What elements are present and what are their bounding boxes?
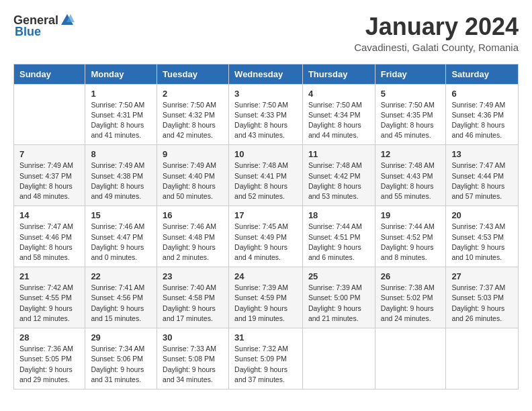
day-details: Sunrise: 7:39 AM Sunset: 4:59 PM Dayligh…	[234, 283, 297, 324]
day-details: Sunrise: 7:49 AM Sunset: 4:36 PM Dayligh…	[451, 100, 513, 141]
calendar-cell: 29Sunrise: 7:34 AM Sunset: 5:06 PM Dayli…	[85, 328, 157, 390]
day-details: Sunrise: 7:50 AM Sunset: 4:31 PM Dayligh…	[91, 100, 151, 141]
weekday-header-monday: Monday	[85, 64, 157, 84]
day-details: Sunrise: 7:46 AM Sunset: 4:48 PM Dayligh…	[163, 222, 223, 263]
day-number: 19	[381, 210, 441, 220]
calendar-cell: 2Sunrise: 7:50 AM Sunset: 4:32 PM Daylig…	[157, 84, 229, 145]
calendar-cell: 20Sunrise: 7:43 AM Sunset: 4:53 PM Dayli…	[446, 206, 519, 267]
calendar-cell	[14, 84, 85, 145]
calendar-cell: 13Sunrise: 7:47 AM Sunset: 4:44 PM Dayli…	[446, 145, 519, 206]
day-number: 20	[451, 210, 513, 220]
calendar-cell: 10Sunrise: 7:48 AM Sunset: 4:41 PM Dayli…	[229, 145, 303, 206]
day-details: Sunrise: 7:32 AM Sunset: 5:09 PM Dayligh…	[234, 344, 297, 385]
day-number: 10	[234, 149, 297, 159]
day-number: 14	[19, 210, 79, 220]
calendar-cell: 8Sunrise: 7:49 AM Sunset: 4:38 PM Daylig…	[85, 145, 157, 206]
day-details: Sunrise: 7:45 AM Sunset: 4:49 PM Dayligh…	[234, 222, 297, 263]
day-number: 30	[163, 332, 223, 342]
day-number: 26	[381, 271, 441, 281]
logo-icon	[60, 13, 75, 28]
day-details: Sunrise: 7:39 AM Sunset: 5:00 PM Dayligh…	[308, 283, 369, 324]
day-number: 24	[234, 271, 297, 281]
day-details: Sunrise: 7:48 AM Sunset: 4:41 PM Dayligh…	[234, 161, 297, 201]
title-section: January 2024 Cavadinesti, Galati County,…	[354, 13, 519, 53]
day-number: 8	[91, 149, 151, 159]
weekday-header-thursday: Thursday	[302, 64, 375, 84]
day-number: 31	[234, 332, 297, 342]
day-number: 21	[19, 271, 79, 281]
weekday-header-tuesday: Tuesday	[157, 64, 229, 84]
day-details: Sunrise: 7:44 AM Sunset: 4:52 PM Dayligh…	[381, 222, 441, 263]
weekday-header-friday: Friday	[375, 64, 446, 84]
day-number: 7	[19, 149, 79, 159]
weekday-header-row: SundayMondayTuesdayWednesdayThursdayFrid…	[14, 64, 519, 84]
day-number: 29	[91, 332, 151, 342]
location-subtitle: Cavadinesti, Galati County, Romania	[354, 42, 519, 53]
calendar-cell: 5Sunrise: 7:50 AM Sunset: 4:35 PM Daylig…	[375, 84, 446, 145]
day-details: Sunrise: 7:47 AM Sunset: 4:46 PM Dayligh…	[19, 222, 79, 263]
day-number: 27	[451, 271, 513, 281]
day-details: Sunrise: 7:37 AM Sunset: 5:03 PM Dayligh…	[451, 283, 513, 324]
calendar-cell: 24Sunrise: 7:39 AM Sunset: 4:59 PM Dayli…	[229, 267, 303, 328]
day-details: Sunrise: 7:49 AM Sunset: 4:40 PM Dayligh…	[163, 161, 223, 201]
calendar-cell: 4Sunrise: 7:50 AM Sunset: 4:34 PM Daylig…	[302, 84, 375, 145]
day-number: 13	[451, 149, 513, 159]
calendar-cell: 17Sunrise: 7:45 AM Sunset: 4:49 PM Dayli…	[229, 206, 303, 267]
day-details: Sunrise: 7:44 AM Sunset: 4:51 PM Dayligh…	[308, 222, 369, 263]
day-number: 25	[308, 271, 369, 281]
day-details: Sunrise: 7:49 AM Sunset: 4:38 PM Dayligh…	[91, 161, 151, 201]
week-row-3: 14Sunrise: 7:47 AM Sunset: 4:46 PM Dayli…	[14, 206, 519, 267]
day-details: Sunrise: 7:40 AM Sunset: 4:58 PM Dayligh…	[163, 283, 223, 324]
calendar-cell: 26Sunrise: 7:38 AM Sunset: 5:02 PM Dayli…	[375, 267, 446, 328]
day-number: 3	[234, 89, 297, 99]
day-details: Sunrise: 7:50 AM Sunset: 4:32 PM Dayligh…	[163, 100, 223, 141]
calendar-cell	[446, 328, 519, 390]
day-details: Sunrise: 7:50 AM Sunset: 4:34 PM Dayligh…	[308, 100, 369, 141]
day-details: Sunrise: 7:48 AM Sunset: 4:43 PM Dayligh…	[381, 161, 441, 201]
day-number: 11	[308, 149, 369, 159]
day-number: 1	[91, 89, 151, 99]
calendar-cell: 28Sunrise: 7:36 AM Sunset: 5:05 PM Dayli…	[14, 328, 85, 390]
calendar-cell: 27Sunrise: 7:37 AM Sunset: 5:03 PM Dayli…	[446, 267, 519, 328]
calendar-cell: 21Sunrise: 7:42 AM Sunset: 4:55 PM Dayli…	[14, 267, 85, 328]
calendar-cell: 3Sunrise: 7:50 AM Sunset: 4:33 PM Daylig…	[229, 84, 303, 145]
day-details: Sunrise: 7:48 AM Sunset: 4:42 PM Dayligh…	[308, 161, 369, 201]
day-details: Sunrise: 7:33 AM Sunset: 5:08 PM Dayligh…	[163, 344, 223, 385]
calendar-cell: 6Sunrise: 7:49 AM Sunset: 4:36 PM Daylig…	[446, 84, 519, 145]
month-title: January 2024	[354, 13, 519, 40]
calendar-cell: 23Sunrise: 7:40 AM Sunset: 4:58 PM Dayli…	[157, 267, 229, 328]
weekday-header-saturday: Saturday	[446, 64, 519, 84]
logo-blue: Blue	[15, 25, 41, 39]
day-number: 18	[308, 210, 369, 220]
day-details: Sunrise: 7:47 AM Sunset: 4:44 PM Dayligh…	[451, 161, 513, 201]
calendar-cell: 30Sunrise: 7:33 AM Sunset: 5:08 PM Dayli…	[157, 328, 229, 390]
day-details: Sunrise: 7:50 AM Sunset: 4:35 PM Dayligh…	[381, 100, 441, 141]
calendar-cell: 7Sunrise: 7:49 AM Sunset: 4:37 PM Daylig…	[14, 145, 85, 206]
day-number: 16	[163, 210, 223, 220]
day-number: 23	[163, 271, 223, 281]
day-number: 17	[234, 210, 297, 220]
day-details: Sunrise: 7:43 AM Sunset: 4:53 PM Dayligh…	[451, 222, 513, 263]
calendar-table: SundayMondayTuesdayWednesdayThursdayFrid…	[13, 64, 519, 390]
day-details: Sunrise: 7:42 AM Sunset: 4:55 PM Dayligh…	[19, 283, 79, 324]
week-row-1: 1Sunrise: 7:50 AM Sunset: 4:31 PM Daylig…	[14, 84, 519, 145]
calendar-cell: 1Sunrise: 7:50 AM Sunset: 4:31 PM Daylig…	[85, 84, 157, 145]
weekday-header-wednesday: Wednesday	[229, 64, 303, 84]
calendar-cell: 31Sunrise: 7:32 AM Sunset: 5:09 PM Dayli…	[229, 328, 303, 390]
calendar-cell: 14Sunrise: 7:47 AM Sunset: 4:46 PM Dayli…	[14, 206, 85, 267]
calendar-cell: 16Sunrise: 7:46 AM Sunset: 4:48 PM Dayli…	[157, 206, 229, 267]
day-details: Sunrise: 7:46 AM Sunset: 4:47 PM Dayligh…	[91, 222, 151, 263]
week-row-2: 7Sunrise: 7:49 AM Sunset: 4:37 PM Daylig…	[14, 145, 519, 206]
day-number: 15	[91, 210, 151, 220]
day-details: Sunrise: 7:49 AM Sunset: 4:37 PM Dayligh…	[19, 161, 79, 201]
weekday-header-sunday: Sunday	[14, 64, 85, 84]
day-number: 28	[19, 332, 79, 342]
day-details: Sunrise: 7:38 AM Sunset: 5:02 PM Dayligh…	[381, 283, 441, 324]
day-details: Sunrise: 7:50 AM Sunset: 4:33 PM Dayligh…	[234, 100, 297, 141]
day-details: Sunrise: 7:36 AM Sunset: 5:05 PM Dayligh…	[19, 344, 79, 385]
calendar-cell: 11Sunrise: 7:48 AM Sunset: 4:42 PM Dayli…	[302, 145, 375, 206]
calendar-cell: 22Sunrise: 7:41 AM Sunset: 4:56 PM Dayli…	[85, 267, 157, 328]
calendar-cell	[375, 328, 446, 390]
week-row-5: 28Sunrise: 7:36 AM Sunset: 5:05 PM Dayli…	[14, 328, 519, 390]
calendar-cell: 18Sunrise: 7:44 AM Sunset: 4:51 PM Dayli…	[302, 206, 375, 267]
